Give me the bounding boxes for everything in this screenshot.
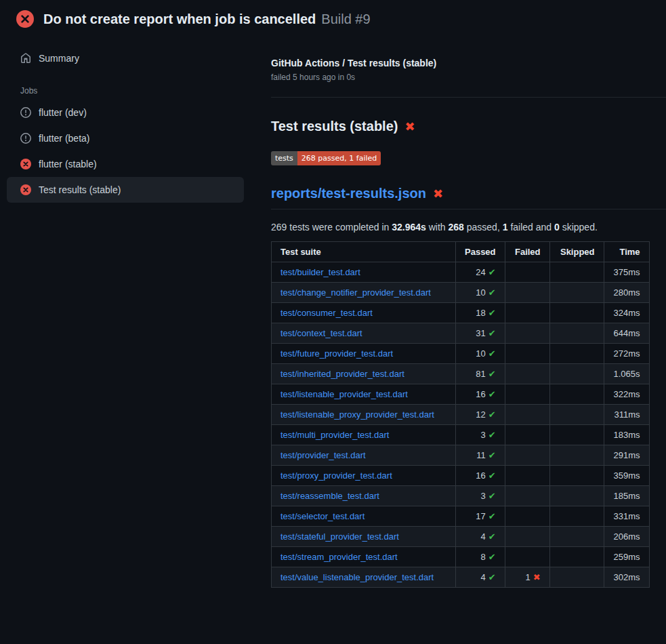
- passed-count: 3: [480, 491, 485, 501]
- home-icon: [20, 53, 31, 64]
- main-content: GitHub Actions / Test results (stable) f…: [251, 35, 666, 588]
- summary-failed-count: 1: [503, 222, 508, 233]
- x-circle-icon: [20, 159, 31, 169]
- passed-count: 8: [480, 552, 485, 562]
- test-suite-link[interactable]: test/builder_test.dart: [280, 267, 360, 277]
- table-header-row: Test suite Passed Failed Skipped Time: [272, 242, 650, 262]
- sidebar-job-label: Test results (stable): [39, 184, 121, 195]
- sidebar-summary-label: Summary: [39, 53, 79, 64]
- table-row: test/inherited_provider_test.dart 81✔ ✖ …: [272, 364, 650, 384]
- col-header-failed: Failed: [505, 242, 549, 262]
- test-suite-link[interactable]: test/multi_provider_test.dart: [280, 430, 389, 440]
- breadcrumb: GitHub Actions / Test results (stable): [271, 58, 666, 68]
- failed-x-icon: ✖: [433, 186, 443, 201]
- check-icon: ✔: [488, 389, 496, 399]
- summary-skipped-count: 0: [554, 222, 560, 233]
- test-suite-link[interactable]: test/reassemble_test.dart: [280, 491, 379, 501]
- time-value: 375ms: [614, 267, 640, 277]
- failed-x-icon: ✖: [404, 119, 415, 134]
- sidebar-item-summary[interactable]: Summary: [7, 45, 244, 71]
- col-header-passed: Passed: [456, 242, 505, 262]
- table-row: test/consumer_test.dart 18✔ ✖ 324ms: [272, 303, 650, 323]
- check-icon: ✔: [488, 267, 496, 277]
- table-row: test/listenable_provider_test.dart 16✔ ✖…: [272, 384, 650, 405]
- alert-circle-icon: [20, 107, 31, 118]
- check-icon: ✔: [488, 348, 496, 359]
- time-value: 206ms: [614, 531, 640, 542]
- test-suite-link[interactable]: test/stateful_provider_test.dart: [280, 531, 399, 542]
- passed-count: 18: [476, 308, 485, 318]
- table-row: test/builder_test.dart 24✔ ✖ 375ms: [272, 262, 650, 283]
- time-value: 359ms: [614, 470, 640, 481]
- sidebar-job-label: flutter (dev): [39, 107, 87, 118]
- col-header-skipped: Skipped: [549, 242, 604, 262]
- check-icon: ✔: [488, 552, 496, 562]
- section-title: Test results (stable): [271, 119, 398, 134]
- test-suite-link[interactable]: test/consumer_test.dart: [280, 308, 373, 318]
- summary-text: 269 tests were completed in: [271, 222, 392, 233]
- table-row: test/future_provider_test.dart 10✔ ✖ 272…: [272, 344, 650, 364]
- summary-passed-count: 268: [449, 222, 464, 233]
- badge-value: 268 passed, 1 failed: [297, 151, 381, 165]
- sidebar-job-2[interactable]: flutter (beta): [7, 125, 244, 151]
- check-icon: ✔: [488, 328, 496, 338]
- test-suite-link[interactable]: test/stream_provider_test.dart: [280, 552, 398, 562]
- test-suite-link[interactable]: test/selector_test.dart: [280, 511, 365, 521]
- divider: [271, 97, 666, 98]
- report-file-link[interactable]: reports/test-results.json: [271, 186, 426, 201]
- x-circle-icon: [16, 10, 34, 28]
- test-suite-link[interactable]: test/future_provider_test.dart: [280, 348, 393, 359]
- summary-text: passed,: [464, 222, 503, 233]
- sidebar-job-3[interactable]: flutter (stable): [7, 151, 244, 177]
- time-value: 322ms: [614, 389, 640, 399]
- passed-count: 11: [476, 450, 486, 460]
- check-icon: ✔: [488, 308, 496, 318]
- table-row: test/value_listenable_provider_test.dart…: [272, 567, 650, 588]
- time-value: 185ms: [614, 491, 640, 501]
- build-header: Do not create report when job is cancell…: [0, 0, 666, 35]
- check-icon: ✔: [488, 287, 496, 298]
- test-suite-link[interactable]: test/change_notifier_provider_test.dart: [280, 287, 431, 298]
- check-icon: ✔: [488, 531, 496, 542]
- time-value: 311ms: [614, 409, 640, 420]
- test-suite-link[interactable]: test/value_listenable_provider_test.dart: [280, 572, 434, 582]
- passed-count: 16: [476, 470, 485, 481]
- check-icon: ✔: [488, 470, 496, 481]
- time-value: 183ms: [614, 430, 640, 440]
- table-row: test/provider_test.dart 11✔ ✖ 291ms: [272, 445, 650, 466]
- table-row: test/change_notifier_provider_test.dart …: [272, 283, 650, 303]
- passed-count: 4: [480, 531, 485, 542]
- summary-sentence: 269 tests were completed in 32.964s with…: [271, 222, 666, 233]
- summary-text: failed and: [508, 222, 555, 233]
- tests-badge: tests 268 passed, 1 failed: [271, 151, 381, 165]
- table-row: test/stream_provider_test.dart 8✔ ✖ 259m…: [272, 547, 650, 567]
- col-header-time: Time: [604, 242, 649, 262]
- test-suite-link[interactable]: test/provider_test.dart: [280, 450, 366, 460]
- test-suite-link[interactable]: test/listenable_provider_test.dart: [280, 389, 408, 399]
- sidebar-job-4[interactable]: Test results (stable): [7, 177, 244, 203]
- check-icon: ✔: [488, 430, 496, 440]
- time-value: 644ms: [614, 328, 640, 338]
- jobs-section-label: Jobs: [7, 75, 244, 100]
- sidebar-jobs: flutter (dev) flutter (beta) flutter (st…: [7, 100, 244, 203]
- passed-count: 31: [476, 328, 485, 338]
- report-title-row: reports/test-results.json ✖: [271, 186, 666, 209]
- sidebar-job-1[interactable]: flutter (dev): [7, 100, 244, 125]
- test-suite-link[interactable]: test/context_test.dart: [280, 328, 362, 338]
- time-value: 259ms: [614, 552, 640, 562]
- time-value: 324ms: [614, 308, 640, 318]
- check-icon: ✔: [488, 450, 496, 460]
- test-suite-link[interactable]: test/proxy_provider_test.dart: [280, 470, 392, 481]
- results-table: Test suite Passed Failed Skipped Time te…: [271, 241, 650, 588]
- passed-count: 10: [476, 348, 485, 359]
- check-icon: ✔: [488, 369, 496, 379]
- table-row: test/stateful_provider_test.dart 4✔ ✖ 20…: [272, 527, 650, 547]
- passed-count: 3: [480, 430, 485, 440]
- passed-count: 10: [476, 287, 485, 298]
- test-suite-link[interactable]: test/listenable_proxy_provider_test.dart: [280, 409, 434, 420]
- passed-count: 16: [476, 389, 485, 399]
- check-icon: ✔: [488, 409, 496, 420]
- test-suite-link[interactable]: test/inherited_provider_test.dart: [280, 369, 404, 379]
- build-number: Build #9: [321, 12, 370, 26]
- time-value: 280ms: [614, 287, 640, 298]
